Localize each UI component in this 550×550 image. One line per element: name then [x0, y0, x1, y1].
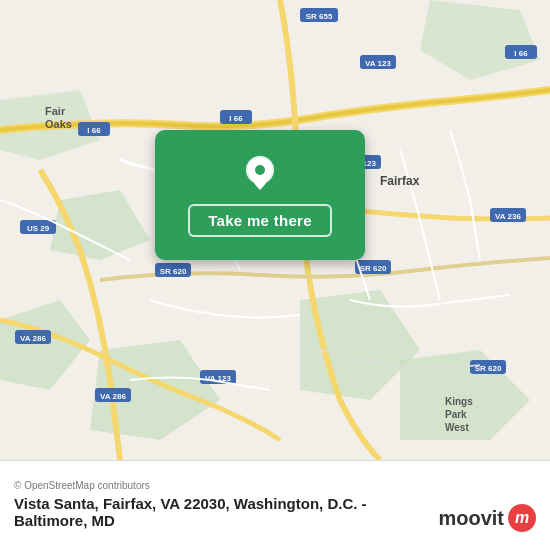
moovit-icon: [508, 504, 536, 532]
svg-text:Fair: Fair: [45, 105, 66, 117]
svg-point-43: [255, 165, 265, 175]
moovit-text: moovit: [438, 507, 504, 530]
svg-text:I 66: I 66: [87, 126, 101, 135]
svg-text:VA 286: VA 286: [100, 392, 126, 401]
svg-text:Park: Park: [445, 409, 467, 420]
location-pin-icon: [240, 154, 280, 194]
moovit-logo: moovit: [438, 504, 536, 532]
svg-text:I 66: I 66: [229, 114, 243, 123]
svg-text:US 29: US 29: [27, 224, 50, 233]
svg-text:Oaks: Oaks: [45, 118, 72, 130]
svg-text:I 66: I 66: [514, 49, 528, 58]
svg-text:SR 620: SR 620: [360, 264, 387, 273]
osm-credit: © OpenStreetMap contributors: [14, 480, 536, 491]
svg-text:Fairfax: Fairfax: [380, 174, 420, 188]
bottom-bar: © OpenStreetMap contributors Vista Santa…: [0, 460, 550, 550]
map-overlay: Take me there: [155, 130, 365, 260]
svg-text:Kings: Kings: [445, 396, 473, 407]
svg-text:SR 655: SR 655: [306, 12, 333, 21]
map-container: I 66 I 66 SR 655 I 66 VA 123 VA 123 VA 1…: [0, 0, 550, 460]
svg-text:SR 620: SR 620: [160, 267, 187, 276]
take-me-there-button[interactable]: Take me there: [188, 204, 332, 237]
svg-text:West: West: [445, 422, 469, 433]
svg-text:VA 123: VA 123: [365, 59, 391, 68]
svg-text:VA 286: VA 286: [20, 334, 46, 343]
svg-text:VA 236: VA 236: [495, 212, 521, 221]
